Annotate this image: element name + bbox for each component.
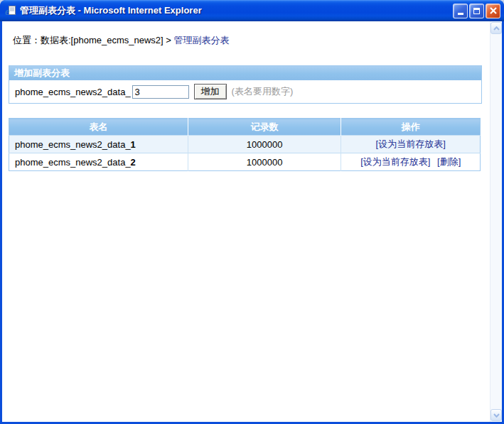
chevron-down-icon — [493, 413, 500, 418]
minimize-icon — [458, 13, 463, 15]
internet-explorer-icon: e — [5, 5, 16, 16]
operation-cell: [设为当前存放表] [删除] — [341, 153, 481, 171]
maximize-button[interactable] — [469, 4, 484, 18]
minimize-button[interactable] — [453, 4, 468, 18]
page-content: 位置：数据表:[phome_ecms_news2] > 管理副表分表 增加副表分… — [2, 21, 502, 422]
add-button[interactable]: 增加 — [194, 84, 227, 99]
close-icon — [490, 7, 497, 14]
table-name-text: phome_ecms_news2_data_ — [15, 139, 131, 150]
vertical-scrollbar[interactable] — [490, 21, 502, 422]
table-number-input[interactable] — [132, 85, 189, 99]
breadcrumb: 位置：数据表:[phome_ecms_news2] > 管理副表分表 — [13, 34, 490, 47]
window-title: 管理副表分表 - Microsoft Internet Explorer — [20, 4, 453, 17]
table-name-hint: (表名要用数字) — [232, 85, 294, 98]
subtable-list-table: 表名 记录数 操作 phome_ecms_news2_data_1 100000… — [9, 118, 481, 171]
svg-text:e: e — [5, 6, 9, 16]
operation-cell: [设为当前存放表] — [341, 136, 481, 153]
table-name-suffix: 1 — [131, 139, 136, 150]
add-subtable-panel: 增加副表分表 phome_ecms_news2_data_ 增加 (表名要用数字… — [9, 65, 482, 104]
breadcrumb-location-text: 位置：数据表:[phome_ecms_news2] > — [13, 35, 174, 45]
table-name-cell: phome_ecms_news2_data_1 — [9, 136, 188, 153]
record-count-cell: 1000000 — [188, 153, 341, 171]
titlebar: e 管理副表分表 - Microsoft Internet Explorer — [0, 0, 504, 21]
chevron-up-icon — [493, 26, 500, 31]
table-row: phome_ecms_news2_data_1 1000000 [设为当前存放表… — [9, 136, 481, 153]
maximize-icon — [473, 8, 480, 14]
close-button[interactable] — [486, 4, 500, 18]
record-count-cell: 1000000 — [188, 136, 341, 153]
table-name-prefix-label: phome_ecms_news2_data_ — [15, 87, 131, 97]
set-current-table-link[interactable]: [设为当前存放表] — [360, 156, 430, 167]
table-name-cell: phome_ecms_news2_data_2 — [9, 153, 188, 171]
delete-link[interactable]: [删除] — [437, 156, 461, 167]
set-current-table-link[interactable]: [设为当前存放表] — [376, 138, 446, 149]
scroll-down-button[interactable] — [490, 409, 502, 421]
window-controls — [453, 4, 500, 18]
add-subtable-panel-title: 增加副表分表 — [9, 66, 481, 80]
col-header-operation: 操作 — [341, 119, 481, 136]
table-name-text: phome_ecms_news2_data_ — [15, 157, 131, 168]
table-row: phome_ecms_news2_data_2 1000000 [设为当前存放表… — [9, 153, 481, 171]
col-header-table-name: 表名 — [9, 119, 188, 136]
scroll-up-button[interactable] — [490, 22, 502, 34]
add-subtable-form: phome_ecms_news2_data_ 增加 (表名要用数字) — [9, 80, 481, 103]
col-header-record-count: 记录数 — [188, 119, 341, 136]
breadcrumb-current-link[interactable]: 管理副表分表 — [174, 35, 230, 45]
table-name-suffix: 2 — [131, 157, 136, 168]
table-header-row: 表名 记录数 操作 — [9, 119, 481, 136]
browser-window: e 管理副表分表 - Microsoft Internet Explorer 位… — [0, 0, 504, 424]
